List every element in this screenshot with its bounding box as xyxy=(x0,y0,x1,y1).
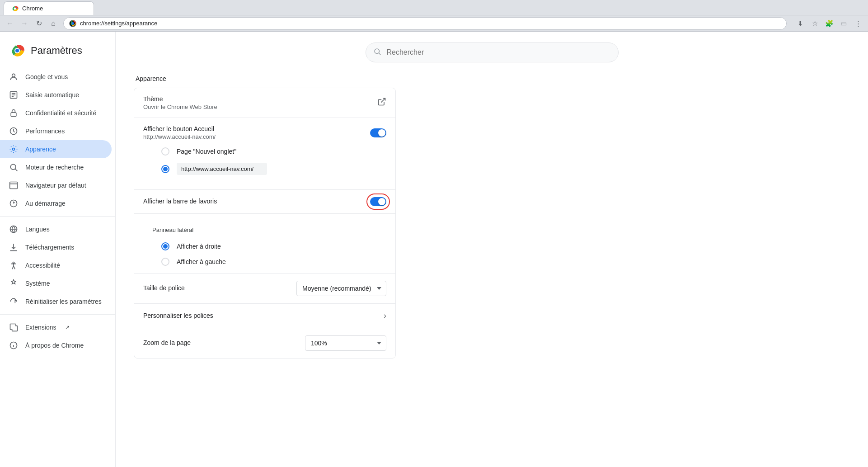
person-icon xyxy=(9,72,18,81)
sidebar-label-extensions: Extensions xyxy=(25,324,56,331)
theme-row: Thème Ouvrir le Chrome Web Store xyxy=(134,88,395,118)
svg-point-2 xyxy=(14,7,16,9)
extensions-button[interactable]: 🧩 xyxy=(823,17,835,30)
home-button-left: Afficher le bouton Accueil http://www.ac… xyxy=(143,125,370,140)
svg-point-31 xyxy=(375,49,380,54)
theme-row-left: Thème Ouvrir le Chrome Web Store xyxy=(143,95,377,110)
sidebar-label-autofill: Saisie automatique xyxy=(25,91,79,99)
radio-item-newtab[interactable]: Page "Nouvel onglet" xyxy=(161,144,377,159)
external-link-icon: ↗ xyxy=(65,324,70,330)
chrome-security-icon xyxy=(69,20,76,27)
page: Paramètres Google et vous Saisie automat… xyxy=(0,32,868,467)
sidebar-label-downloads: Téléchargements xyxy=(25,244,74,251)
home-button-title: Afficher le bouton Accueil xyxy=(143,125,370,132)
section-title: Apparence xyxy=(134,75,850,82)
sidebar-item-extensions[interactable]: Extensions ↗ xyxy=(0,318,112,336)
chrome-logo-icon xyxy=(9,42,25,59)
sidebar-label-reset: Réinitialiser les paramètres xyxy=(25,298,102,305)
radio-item-right[interactable]: Afficher à droite xyxy=(161,239,377,254)
save-page-button[interactable]: ⬇ xyxy=(794,17,807,30)
settings-card: Thème Ouvrir le Chrome Web Store Affiche… xyxy=(134,88,396,359)
sidebar-divider-1 xyxy=(0,216,115,217)
sidebar-label-search: Moteur de recherche xyxy=(25,164,84,171)
custom-url-input[interactable] xyxy=(177,163,267,175)
radio-group: Page "Nouvel onglet" xyxy=(143,140,386,182)
downloads-icon xyxy=(9,243,18,252)
home-button[interactable]: ⌂ xyxy=(47,17,60,30)
side-panel-radio-group: Afficher à droite Afficher à gauche xyxy=(143,235,386,273)
radio-circle-right xyxy=(161,242,169,250)
sidebar-item-accessibility[interactable]: Accessibilité xyxy=(0,256,112,274)
font-size-select[interactable]: Moyenne (recommandé) xyxy=(296,281,386,296)
extensions-sidebar-icon xyxy=(9,323,18,332)
sidebar-item-browser[interactable]: Navigateur par défaut xyxy=(0,176,112,194)
sidebar-item-reset[interactable]: Réinitialiser les paramètres xyxy=(0,292,112,311)
sidebar: Paramètres Google et vous Saisie automat… xyxy=(0,32,116,467)
zoom-row: Zoom de la page 100% xyxy=(134,328,395,358)
font-size-row: Taille de police Moyenne (recommandé) xyxy=(134,274,395,304)
sidebar-item-languages[interactable]: Langues xyxy=(0,220,112,238)
active-tab[interactable]: Chrome xyxy=(4,1,94,15)
search-icon xyxy=(373,47,381,58)
svg-rect-14 xyxy=(11,113,16,116)
svg-point-8 xyxy=(15,49,19,52)
sidebar-label-browser: Navigateur par défaut xyxy=(25,182,86,189)
svg-point-16 xyxy=(13,148,15,151)
sidebar-item-startup[interactable]: Au démarrage xyxy=(0,194,112,212)
toolbar-right-icons: ⬇ ☆ 🧩 ▭ ⋮ xyxy=(794,17,864,30)
tab-favicon-icon xyxy=(11,5,19,12)
theme-external-icon[interactable] xyxy=(377,97,386,108)
profile-button[interactable]: ▭ xyxy=(837,17,850,30)
customize-fonts-row[interactable]: Personnaliser les polices › xyxy=(134,304,395,328)
sidebar-title: Paramètres xyxy=(31,45,82,57)
nav-buttons: ← → ↻ ⌂ xyxy=(4,17,60,30)
svg-line-33 xyxy=(381,99,385,103)
sidebar-label-system: Système xyxy=(25,280,50,287)
languages-icon xyxy=(9,225,18,234)
sidebar-item-appearance[interactable]: Apparence xyxy=(0,140,112,158)
bookmarks-bar-toggle[interactable] xyxy=(370,197,386,206)
sidebar-divider-2 xyxy=(0,314,115,315)
forward-button[interactable]: → xyxy=(18,17,31,30)
lock-icon xyxy=(9,108,18,118)
side-panel-row: Panneau latéral Afficher à droite Affich… xyxy=(134,214,395,274)
menu-button[interactable]: ⋮ xyxy=(852,17,864,30)
radio-circle-customurl xyxy=(161,165,169,173)
autofill-icon xyxy=(9,90,18,99)
sidebar-label-about: À propos de Chrome xyxy=(25,342,84,349)
svg-rect-19 xyxy=(10,182,18,189)
radio-item-left[interactable]: Afficher à gauche xyxy=(161,254,377,269)
home-button-subtitle: http://www.accueil-nav.com/ xyxy=(143,133,370,140)
sidebar-item-downloads[interactable]: Téléchargements xyxy=(0,238,112,256)
address-text: chrome://settings/appearance xyxy=(80,20,781,27)
sidebar-item-autofill[interactable]: Saisie automatique xyxy=(0,86,112,104)
sidebar-item-google[interactable]: Google et vous xyxy=(0,68,112,86)
home-button-toggle[interactable] xyxy=(370,128,386,137)
svg-line-32 xyxy=(379,53,380,55)
sidebar-item-about[interactable]: À propos de Chrome xyxy=(0,336,112,354)
svg-point-9 xyxy=(12,74,15,77)
search-input[interactable] xyxy=(387,48,611,57)
sidebar-label-privacy: Confidentialité et sécurité xyxy=(25,109,96,117)
bookmark-button[interactable]: ☆ xyxy=(808,17,821,30)
sidebar-label-accessibility: Accessibilité xyxy=(25,262,60,269)
sidebar-item-privacy[interactable]: Confidentialité et sécurité xyxy=(0,104,112,122)
about-icon xyxy=(9,341,18,350)
radio-label-left: Afficher à gauche xyxy=(177,258,226,265)
reload-button[interactable]: ↻ xyxy=(33,17,45,30)
sidebar-item-system[interactable]: Système xyxy=(0,274,112,292)
sidebar-label-performances: Performances xyxy=(25,127,65,135)
radio-item-customurl[interactable] xyxy=(161,159,377,179)
zoom-select[interactable]: 100% xyxy=(305,335,386,351)
tab-bar: Chrome xyxy=(0,0,868,15)
bookmarks-bar-title: Afficher la barre de favoris xyxy=(143,198,370,205)
sidebar-item-search[interactable]: Moteur de recherche xyxy=(0,158,112,176)
address-bar[interactable]: chrome://settings/appearance xyxy=(63,17,787,30)
main-content: Apparence Thème Ouvrir le Chrome Web Sto… xyxy=(116,32,868,467)
sidebar-item-performances[interactable]: Performances xyxy=(0,122,112,140)
theme-title: Thème xyxy=(143,95,377,103)
font-size-title: Taille de police xyxy=(143,284,296,292)
back-button[interactable]: ← xyxy=(4,17,16,30)
customize-fonts-left: Personnaliser les polices xyxy=(143,312,384,320)
svg-line-18 xyxy=(15,169,18,171)
